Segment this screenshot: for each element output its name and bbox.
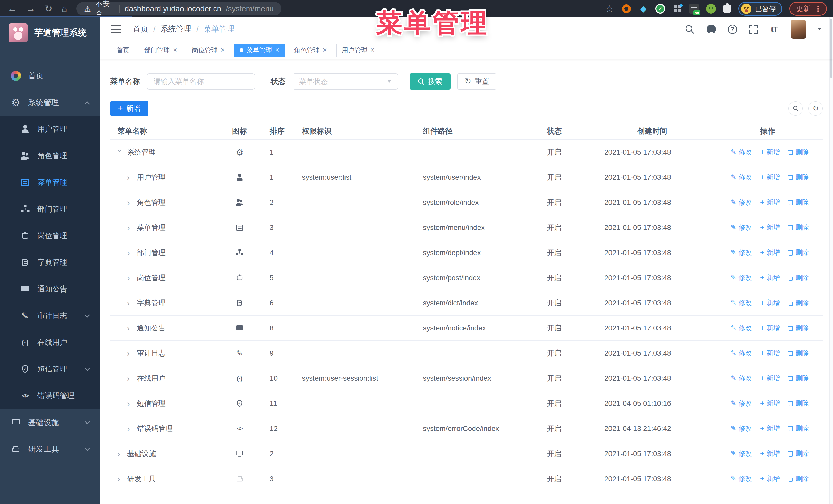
add-link[interactable]: 新增 (760, 248, 780, 257)
sidebar-item[interactable]: 审计日志 (0, 303, 100, 329)
add-link[interactable]: 新增 (760, 474, 780, 483)
tab-tag[interactable]: 部门管理 (139, 44, 183, 57)
expand-caret-icon[interactable] (127, 400, 133, 408)
textsize-icon[interactable] (769, 24, 779, 34)
edit-link[interactable]: 修改 (731, 298, 752, 307)
toggle-search-button[interactable] (788, 101, 803, 116)
kebab-menu-icon[interactable] (814, 4, 822, 13)
sidebar-item[interactable]: 首页 (0, 63, 100, 89)
add-link[interactable]: 新增 (760, 148, 780, 157)
expand-caret-icon[interactable] (127, 249, 133, 257)
close-icon[interactable] (371, 46, 375, 54)
expand-caret-icon[interactable] (127, 349, 133, 357)
sidebar-item[interactable]: 系统管理 (0, 89, 100, 116)
delete-link[interactable]: 删除 (788, 273, 809, 282)
sidebar-item[interactable]: 部门管理 (0, 196, 100, 222)
sidebar-item[interactable]: 岗位管理 (0, 222, 100, 249)
expand-caret-icon[interactable] (117, 475, 123, 483)
fullscreen-icon[interactable] (749, 25, 758, 33)
ext-gem-icon[interactable] (639, 4, 648, 14)
help-icon[interactable] (728, 25, 737, 34)
edit-link[interactable]: 修改 (731, 474, 752, 483)
github-icon[interactable] (706, 24, 716, 34)
delete-link[interactable]: 删除 (788, 148, 809, 157)
edit-link[interactable]: 修改 (731, 223, 752, 232)
edit-link[interactable]: 修改 (731, 349, 752, 358)
expand-caret-icon[interactable] (127, 299, 133, 307)
edit-link[interactable]: 修改 (731, 198, 752, 207)
expand-caret-icon[interactable] (127, 425, 133, 433)
edit-link[interactable]: 修改 (731, 374, 752, 383)
app-logo[interactable]: 芋道管理系统 (0, 18, 100, 48)
add-link[interactable]: 新增 (760, 173, 780, 182)
add-link[interactable]: 新增 (760, 424, 780, 433)
bookmark-star-icon[interactable] (604, 4, 614, 14)
add-link[interactable]: 新增 (760, 273, 780, 282)
edit-link[interactable]: 修改 (731, 173, 752, 182)
delete-link[interactable]: 删除 (788, 474, 809, 483)
search-button[interactable]: 搜索 (410, 73, 451, 90)
sidebar-item[interactable]: 研发工具 (0, 436, 100, 462)
add-link[interactable]: 新增 (760, 399, 780, 408)
delete-link[interactable]: 删除 (788, 449, 809, 458)
url-bar[interactable]: 不安全 dashboard.yudao.iocoder.cn/system/me… (76, 2, 281, 16)
sidebar-item[interactable]: 角色管理 (0, 143, 100, 169)
refresh-table-button[interactable] (808, 101, 823, 116)
ext-monkey-icon[interactable] (706, 4, 716, 14)
expand-caret-icon[interactable] (127, 374, 133, 383)
delete-link[interactable]: 删除 (788, 374, 809, 383)
tab-tag[interactable]: 岗位管理 (187, 44, 230, 57)
edit-link[interactable]: 修改 (731, 424, 752, 433)
expand-caret-icon[interactable] (127, 274, 133, 282)
breadcrumb-home[interactable]: 首页 (133, 24, 148, 34)
page-scrollbar[interactable] (829, 18, 833, 504)
sidebar-item[interactable]: 短信管理 (0, 356, 100, 383)
edit-link[interactable]: 修改 (731, 273, 752, 282)
tab-tag[interactable]: 首页 (111, 44, 135, 57)
add-link[interactable]: 新增 (760, 323, 780, 333)
add-link[interactable]: 新增 (760, 449, 780, 458)
sidebar-item[interactable]: 菜单管理 (0, 169, 100, 196)
expand-caret-icon[interactable] (117, 450, 123, 458)
ext-grid-icon[interactable] (672, 4, 682, 14)
ext-puzzle-icon[interactable] (723, 5, 731, 13)
close-icon[interactable] (221, 46, 225, 54)
ext-on-icon[interactable] (689, 4, 699, 14)
ext-green-check-icon[interactable] (656, 4, 665, 14)
close-icon[interactable] (275, 46, 279, 54)
expand-caret-icon[interactable] (127, 198, 133, 207)
hamburger-icon[interactable] (111, 25, 121, 33)
delete-link[interactable]: 删除 (788, 248, 809, 257)
avatar-caret-icon[interactable] (818, 25, 822, 33)
sidebar-item[interactable]: 基础设施 (0, 409, 100, 436)
delete-link[interactable]: 删除 (788, 173, 809, 182)
edit-link[interactable]: 修改 (731, 449, 752, 458)
delete-link[interactable]: 删除 (788, 198, 809, 207)
add-link[interactable]: 新增 (760, 298, 780, 307)
profile-paused-button[interactable]: 已暂停 (738, 2, 782, 16)
delete-link[interactable]: 删除 (788, 399, 809, 408)
add-link[interactable]: 新增 (760, 374, 780, 383)
edit-link[interactable]: 修改 (731, 248, 752, 257)
delete-link[interactable]: 删除 (788, 223, 809, 232)
delete-link[interactable]: 删除 (788, 424, 809, 433)
menu-name-input[interactable] (147, 73, 255, 90)
reload-icon[interactable]: ↻ (45, 4, 52, 13)
sidebar-item[interactable]: 通知公告 (0, 276, 100, 303)
expand-caret-icon[interactable] (116, 149, 124, 155)
ext-orange-icon[interactable] (622, 4, 631, 14)
add-link[interactable]: 新增 (760, 198, 780, 207)
close-icon[interactable] (323, 46, 327, 54)
home-nav-icon[interactable]: ⌂ (62, 4, 67, 13)
delete-link[interactable]: 删除 (788, 349, 809, 358)
delete-link[interactable]: 删除 (788, 323, 809, 333)
reset-button[interactable]: 重置 (457, 73, 497, 90)
expand-caret-icon[interactable] (127, 324, 133, 332)
update-button[interactable]: 更新 (789, 2, 827, 16)
breadcrumb-system[interactable]: 系统管理 (161, 24, 191, 34)
expand-caret-icon[interactable] (127, 223, 133, 232)
add-link[interactable]: 新增 (760, 223, 780, 232)
edit-link[interactable]: 修改 (731, 399, 752, 408)
sidebar-item[interactable]: 在线用户 (0, 329, 100, 356)
edit-link[interactable]: 修改 (731, 323, 752, 333)
